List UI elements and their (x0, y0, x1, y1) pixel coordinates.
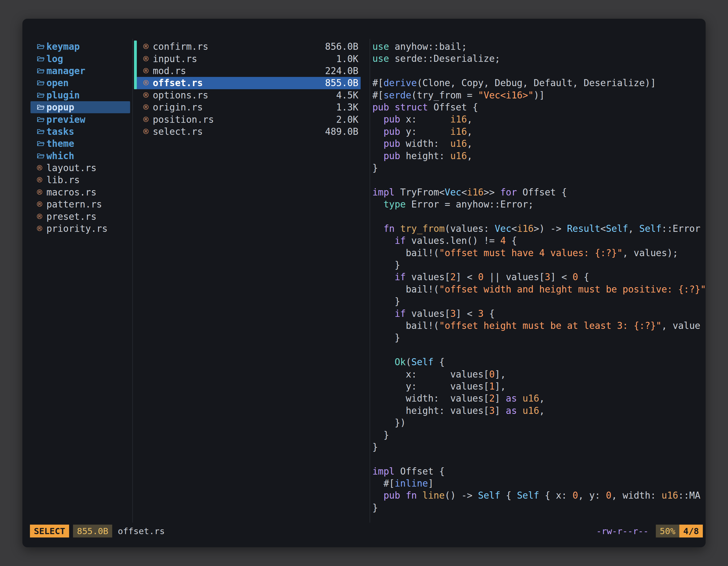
code-line: } (372, 295, 706, 307)
cursor-position-badge: 4/8 (679, 525, 703, 537)
code-line: impl TryFrom<Vec<i16>> for Offset { (372, 186, 706, 198)
rust-file-icon: ® (143, 127, 153, 136)
rust-file-icon: ® (143, 91, 153, 100)
sidebar-item-manager[interactable]: manager (30, 65, 130, 77)
folder-icon (37, 92, 46, 98)
scroll-percent-badge: 50% (656, 525, 679, 537)
sidebar-item-label: lib.rs (46, 175, 80, 186)
folder-icon (37, 153, 46, 159)
sidebar-item-which[interactable]: which (30, 150, 130, 162)
sidebar-item-open[interactable]: open (30, 77, 130, 89)
rust-file-icon: ® (143, 55, 153, 63)
permissions-text: -rw-r--r-- (596, 525, 649, 537)
rust-file-icon: ® (37, 212, 46, 221)
code-line: pub y: i16, (372, 126, 706, 138)
sidebar-item-lib-rs[interactable]: ®lib.rs (30, 174, 130, 186)
sidebar-item-popup[interactable]: popup (30, 101, 130, 113)
sidebar-item-theme[interactable]: theme (30, 138, 130, 150)
code-line: width: values[2] as u16, (372, 392, 706, 404)
file-size-badge: 855.0B (73, 525, 112, 537)
code-line (372, 344, 706, 356)
sidebar-item-label: layout.rs (46, 163, 97, 173)
rust-file-icon: ® (143, 115, 153, 124)
sidebar-item-keymap[interactable]: keymap (30, 41, 130, 53)
sidebar-item-layout-rs[interactable]: ®layout.rs (30, 162, 130, 174)
sidebar-item-label: log (46, 53, 63, 64)
file-name: select.rs (153, 126, 203, 137)
code-line: bail!("offset must have 4 values: {:?}",… (372, 247, 706, 259)
folder-icon (37, 80, 46, 86)
selection-marker (134, 41, 137, 89)
file-row-options-rs[interactable]: ®options.rs4.5K (134, 89, 361, 101)
file-name: origin.rs (153, 102, 203, 113)
code-line: pub fn line() -> Self { Self { x: 0, y: … (372, 489, 706, 501)
status-bar: SELECT 855.0B offset.rs -rw-r--r-- 50% 4… (22, 525, 706, 537)
file-row-input-rs[interactable]: ®input.rs1.0K (134, 53, 361, 65)
code-line (372, 174, 706, 186)
rust-file-icon: ® (143, 67, 153, 75)
file-name: mod.rs (153, 65, 186, 76)
file-row-select-rs[interactable]: ®select.rs489.0B (134, 126, 361, 138)
file-name: offset.rs (153, 78, 203, 88)
code-line: impl Offset { (372, 465, 706, 477)
sidebar-item-macros-rs[interactable]: ®macros.rs (30, 186, 130, 198)
file-name: confirm.rs (153, 41, 208, 52)
file-size: 1.3K (336, 102, 358, 113)
code-line: height: values[3] as u16, (372, 405, 706, 417)
sidebar-item-label: priority.rs (46, 223, 108, 234)
rust-file-icon: ® (37, 188, 46, 197)
file-row-confirm-rs[interactable]: ®confirm.rs856.0B (134, 41, 361, 53)
folder-icon (37, 68, 46, 74)
file-row-mod-rs[interactable]: ®mod.rs224.0B (134, 65, 361, 77)
code-line: pub struct Offset { (372, 101, 706, 113)
rust-file-icon: ® (37, 224, 46, 233)
sidebar-item-priority-rs[interactable]: ®priority.rs (30, 223, 130, 235)
code-line: y: values[1], (372, 380, 706, 392)
code-line: } (372, 502, 706, 514)
rust-file-icon: ® (37, 164, 46, 172)
parent-directory-pane[interactable]: keymaplogmanageropenpluginpopuppreviewta… (30, 41, 130, 235)
rust-file-icon: ® (37, 200, 46, 209)
sidebar-item-log[interactable]: log (30, 53, 130, 65)
code-line (372, 65, 706, 77)
sidebar-item-label: tasks (46, 126, 74, 137)
rust-file-icon: ® (143, 103, 153, 112)
pane-divider (132, 39, 133, 523)
folder-icon (37, 104, 46, 110)
code-line: #[derive(Clone, Copy, Debug, Default, De… (372, 77, 706, 89)
preview-pane[interactable]: use anyhow::bail;use serde::Deserialize;… (372, 41, 706, 522)
file-size: 855.0B (325, 78, 358, 88)
code-line: bail!("offset height must be at least 3:… (372, 319, 706, 332)
code-line: if values[3] < 3 { (372, 307, 706, 319)
sidebar-item-label: plugin (46, 90, 80, 101)
current-directory-pane[interactable]: ®confirm.rs856.0B®input.rs1.0K®mod.rs224… (134, 41, 361, 138)
code-line: type Error = anyhow::Error; (372, 198, 706, 210)
sidebar-item-label: preset.rs (46, 211, 97, 222)
sidebar-item-pattern-rs[interactable]: ®pattern.rs (30, 198, 130, 210)
sidebar-item-label: keymap (46, 41, 80, 52)
folder-icon (37, 44, 46, 50)
folder-icon (37, 56, 46, 62)
code-line: } (372, 259, 706, 271)
sidebar-item-tasks[interactable]: tasks (30, 126, 130, 138)
status-filename: offset.rs (118, 525, 165, 537)
folder-icon (37, 141, 46, 147)
sidebar-item-plugin[interactable]: plugin (30, 89, 130, 101)
sidebar-item-label: open (46, 78, 69, 88)
code-line: pub width: u16, (372, 138, 706, 150)
sidebar-item-preset-rs[interactable]: ®preset.rs (30, 210, 130, 222)
file-name: position.rs (153, 114, 214, 125)
file-row-position-rs[interactable]: ®position.rs2.0K (134, 113, 361, 125)
file-row-offset-rs[interactable]: ®offset.rs855.0B (134, 77, 361, 89)
code-line: #[inline] (372, 477, 706, 489)
code-line: }) (372, 417, 706, 429)
file-size: 4.5K (336, 90, 358, 101)
rust-file-icon: ® (143, 79, 153, 87)
code-line: use serde::Deserialize; (372, 53, 706, 65)
file-row-origin-rs[interactable]: ®origin.rs1.3K (134, 101, 361, 113)
sidebar-item-preview[interactable]: preview (30, 113, 130, 125)
code-line: } (372, 429, 706, 441)
file-name: options.rs (153, 90, 208, 101)
desktop-background: { "colors": { "frame": "#3a3a3c", "windo… (0, 0, 728, 566)
code-line: if values.len() != 4 { (372, 235, 706, 247)
